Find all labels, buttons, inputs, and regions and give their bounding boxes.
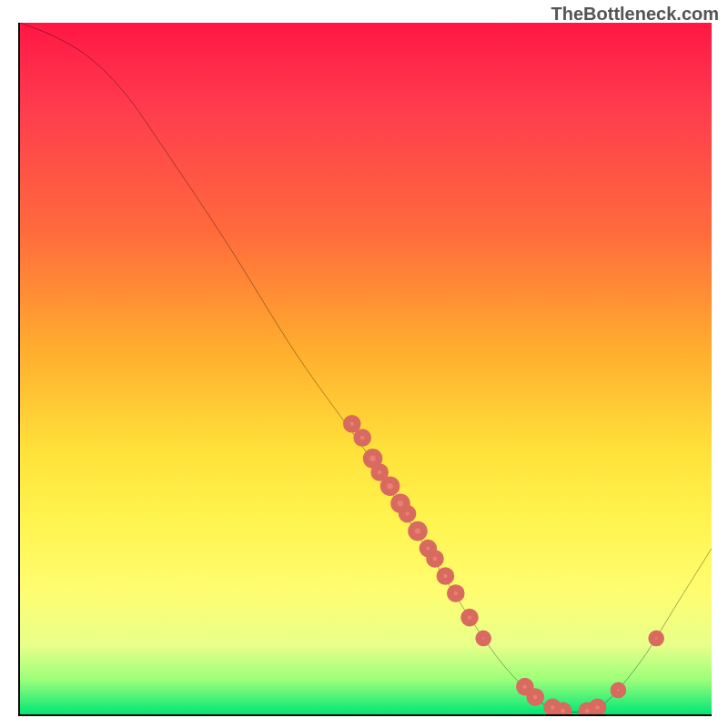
- data-point: [384, 480, 397, 492]
- data-point: [464, 612, 475, 623]
- chart-container: TheBottleneck.com: [0, 0, 728, 728]
- data-point: [592, 702, 603, 713]
- data-point: [374, 467, 385, 478]
- plot-area: [18, 23, 712, 716]
- data-point: [357, 432, 368, 443]
- data-point: [440, 571, 450, 581]
- watermark-text: TheBottleneck.com: [551, 4, 719, 25]
- data-point: [430, 553, 440, 564]
- data-point: [347, 419, 358, 430]
- data-point: [530, 692, 541, 703]
- chart-svg: [20, 23, 712, 714]
- data-point: [520, 682, 531, 693]
- data-point: [479, 633, 488, 642]
- data-points: [347, 419, 661, 714]
- data-point: [450, 588, 461, 599]
- bottleneck-curve: [20, 23, 712, 713]
- data-point: [402, 509, 413, 520]
- data-point: [558, 705, 569, 714]
- data-point: [411, 525, 424, 538]
- data-point: [367, 452, 379, 465]
- data-point: [613, 685, 622, 694]
- data-point: [652, 633, 661, 642]
